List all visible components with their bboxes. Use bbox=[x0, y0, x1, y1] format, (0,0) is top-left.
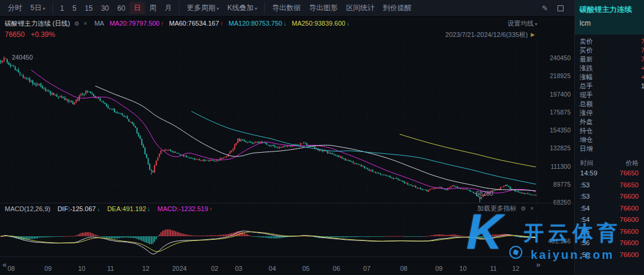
toolbar-item-5min[interactable]: 5 bbox=[68, 3, 80, 14]
quote-value: 7 bbox=[641, 46, 644, 55]
toolbar-item-minute[interactable]: 分时 bbox=[4, 2, 26, 14]
tape-time-header: 时间 bbox=[580, 158, 593, 168]
ma-value: MA60:76534.167↑ bbox=[169, 20, 224, 27]
quote-rows: 卖价7买价7最新7涨跌+涨幅+总手1现手总额涨停外盘持仓增仓日增 bbox=[575, 37, 644, 153]
quote-label: 现手 bbox=[580, 91, 593, 98]
quote-value: 1 bbox=[641, 82, 644, 91]
fullscreen-icon[interactable] bbox=[558, 5, 564, 11]
tape-row: :5376650 bbox=[575, 180, 644, 191]
tape-time: :56 bbox=[580, 249, 590, 261]
quote-label: 持仓 bbox=[580, 127, 593, 134]
toolbar-item-1min[interactable]: 1 bbox=[56, 3, 69, 14]
price-axis-label: 197400 bbox=[550, 91, 571, 98]
date-range: 2023/7/21-2024/12/6(335根) bbox=[445, 30, 528, 39]
indicator-close-icon[interactable]: × bbox=[83, 20, 87, 27]
quote-label: 卖价 bbox=[580, 38, 593, 45]
macd-name: MACD(12,26,9) bbox=[5, 205, 50, 212]
arrow-up-icon: ↑ bbox=[161, 20, 164, 27]
arrow-down-icon: ↓ bbox=[346, 20, 349, 27]
chevron-down-icon: ▾ bbox=[255, 6, 257, 11]
toolbar-group: 分时5日▾ bbox=[4, 2, 49, 14]
price-axis-label: 240450 bbox=[550, 55, 571, 61]
quote-value: + bbox=[641, 64, 644, 73]
toolbar-item-week[interactable]: 周 bbox=[145, 2, 160, 14]
quote-label: 日增 bbox=[580, 145, 593, 152]
toolbar-item-15min[interactable]: 15 bbox=[80, 3, 97, 14]
tape-row: :5576600 bbox=[575, 226, 644, 238]
time-axis-label: 05 bbox=[302, 265, 309, 272]
toolbar-item-month[interactable]: 月 bbox=[160, 2, 176, 14]
time-axis-label: 07 bbox=[363, 265, 370, 272]
quote-row-open-interest: 持仓 bbox=[575, 126, 644, 135]
toolbar-item-export-data[interactable]: 导出数据 bbox=[268, 2, 305, 14]
chart-panel: 碳酸锂主力连续 (日线) ⚙ × MA MA20:79797.500↑MA60:… bbox=[0, 17, 574, 275]
quote-label: 总手 bbox=[580, 82, 593, 89]
quote-label: 涨幅 bbox=[580, 73, 593, 81]
tape-time: :54 bbox=[580, 214, 590, 226]
quote-label: 总额 bbox=[580, 100, 593, 107]
time-axis-label: 10 bbox=[459, 265, 466, 272]
macd-chart-canvas[interactable] bbox=[0, 214, 537, 257]
toolbar: 分时5日▾15153060日周月更多周期▾K线叠加▾导出数据导出图形区间统计到价… bbox=[0, 0, 574, 17]
load-more-indicators-button[interactable]: 加载更多指标 bbox=[477, 204, 516, 213]
tape-price: 76600 bbox=[620, 249, 639, 261]
chart-title: 碳酸锂主力连续 (日线) bbox=[5, 19, 70, 28]
tape-time: :56 bbox=[580, 237, 590, 249]
toolbar-item-30min[interactable]: 30 bbox=[97, 3, 113, 14]
contract-code: lcm bbox=[580, 19, 639, 27]
ma-label: MA bbox=[94, 20, 104, 27]
ma-value: MA120:80753.750↓ bbox=[228, 20, 286, 27]
toolbar-item-5day[interactable]: 5日▾ bbox=[26, 2, 49, 14]
tape-price: 76600 bbox=[620, 237, 639, 249]
price-axis-label: 154350 bbox=[550, 127, 571, 134]
tape-row: :5676600 bbox=[575, 237, 644, 249]
toolbar-group: 15153060日周月 bbox=[52, 2, 176, 14]
jump-to-latest-icon[interactable]: ▶ bbox=[531, 32, 535, 38]
toolbar-item-more-periods[interactable]: 更多周期▾ bbox=[182, 2, 223, 14]
macd-dif-value: DIF:-125.067↓ bbox=[57, 205, 100, 212]
indicator-settings-icon[interactable]: ⚙ bbox=[74, 20, 79, 27]
time-axis-label: 06 bbox=[333, 265, 340, 272]
tape-time: 14:59 bbox=[580, 168, 597, 180]
macd-settings-icon[interactable]: ⚙ bbox=[521, 205, 526, 212]
tape-price: 76600 bbox=[620, 191, 639, 203]
quote-row-buy-price: 买价7 bbox=[575, 46, 644, 55]
scroll-left-button[interactable]: « bbox=[2, 260, 7, 269]
macd-close-icon[interactable]: × bbox=[530, 205, 534, 212]
toolbar-item-export-chart[interactable]: 导出图形 bbox=[305, 2, 342, 14]
price-axis-label: 132825 bbox=[550, 145, 571, 152]
arrow-up-icon: ↑ bbox=[220, 20, 223, 27]
tape-time: :53 bbox=[580, 191, 590, 203]
macd-dea-value: DEA:491.192↓ bbox=[107, 205, 150, 212]
toolbar-item-price-alert[interactable]: 到价提醒 bbox=[379, 2, 416, 14]
tape-price: 76600 bbox=[620, 203, 639, 215]
arrow-down-icon: ↓ bbox=[283, 20, 286, 27]
quote-row-turnover: 总额 bbox=[575, 100, 644, 109]
quote-value: 7 bbox=[641, 37, 644, 46]
toolbar-icons: ✎ bbox=[542, 5, 571, 12]
time-axis: « » 080910111220240203040506070809101112 bbox=[0, 257, 574, 275]
toolbar-item-range-stats[interactable]: 区间统计 bbox=[342, 2, 379, 14]
arrow-up-icon: ↑ bbox=[209, 206, 212, 212]
ma-value: MA20:79797.500↑ bbox=[110, 20, 164, 27]
macd-axis-label: 431.166 bbox=[548, 237, 571, 245]
price-chart-canvas[interactable] bbox=[0, 41, 537, 203]
quote-label: 涨跌 bbox=[580, 64, 593, 72]
scroll-right-button[interactable]: » bbox=[536, 260, 540, 269]
price-axis-label: 111300 bbox=[551, 163, 571, 170]
toolbar-item-day[interactable]: 日 bbox=[129, 2, 145, 14]
time-axis-label: 2024 bbox=[172, 265, 187, 272]
arrow-down-icon: ↓ bbox=[147, 206, 150, 212]
toolbar-item-kline-overlay[interactable]: K线叠加▾ bbox=[223, 2, 261, 14]
quote-sidebar: 碳酸锂主力连续 lcm 卖价7买价7最新7涨跌+涨幅+总手1现手总额涨停外盘持仓… bbox=[574, 0, 644, 275]
quote-label: 涨停 bbox=[580, 109, 593, 116]
app-window: 分时5日▾15153060日周月更多周期▾K线叠加▾导出数据导出图形区间统计到价… bbox=[0, 0, 644, 275]
ma-settings-button[interactable]: 设置均线▾ bbox=[507, 19, 537, 28]
draw-icon[interactable]: ✎ bbox=[542, 5, 548, 12]
trough-annotation: 68250 bbox=[476, 190, 493, 197]
toolbar-group: 更多周期▾K线叠加▾ bbox=[179, 2, 261, 14]
toolbar-item-60min[interactable]: 60 bbox=[113, 3, 129, 14]
price-info-row: 76650 +0.39% 2023/7/21-2024/12/6(335根) ▶ bbox=[0, 30, 574, 39]
time-axis-label: 08 bbox=[8, 265, 15, 272]
chart-info-row: 碳酸锂主力连续 (日线) ⚙ × MA MA20:79797.500↑MA60:… bbox=[0, 18, 574, 28]
